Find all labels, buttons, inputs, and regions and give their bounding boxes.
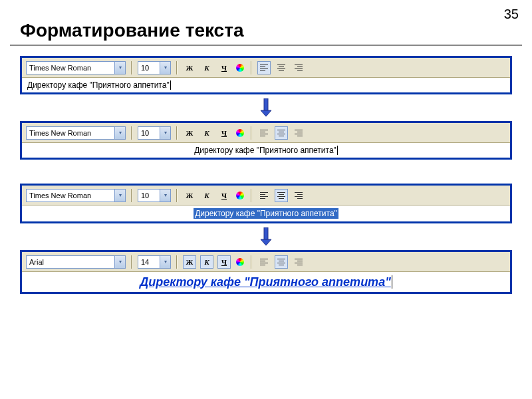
underline-button[interactable]: Ч <box>217 255 231 269</box>
font-size: 14 <box>138 258 160 266</box>
size-dropdown[interactable]: 10 ▾ <box>138 61 171 74</box>
document-text: Директору кафе "Приятного аппетита" <box>194 146 336 155</box>
size-dropdown[interactable]: 14 ▾ <box>138 255 171 269</box>
align-center-button[interactable] <box>275 255 288 269</box>
font-dropdown[interactable]: Times New Roman ▾ <box>26 126 126 140</box>
bold-button[interactable]: Ж <box>183 126 196 140</box>
toolbar: Times New Roman ▾ 10 ▾ Ж К Ч <box>22 123 510 143</box>
text-content-area[interactable]: Директору кафе "Приятного аппетита" <box>22 78 510 92</box>
align-left-button[interactable] <box>257 255 271 269</box>
separator <box>131 126 132 140</box>
arrow-down-icon <box>0 98 532 117</box>
font-size: 10 <box>138 192 160 200</box>
align-center-button[interactable] <box>275 61 288 74</box>
title-underline <box>10 45 522 46</box>
chevron-down-icon[interactable]: ▾ <box>160 62 170 74</box>
svg-rect-0 <box>264 98 268 110</box>
font-name: Times New Roman <box>27 192 114 200</box>
toolbar: Arial ▾ 14 ▾ Ж К Ч <box>22 252 510 272</box>
chevron-down-icon[interactable]: ▾ <box>114 127 125 139</box>
underline-button[interactable]: Ч <box>217 189 231 202</box>
text-content-area[interactable]: Директору кафе "Приятного аппетита" <box>22 205 510 221</box>
align-center-button[interactable] <box>275 189 288 202</box>
svg-marker-1 <box>261 110 271 116</box>
chevron-down-icon[interactable]: ▾ <box>160 256 170 268</box>
color-picker-icon[interactable] <box>235 257 245 267</box>
chevron-down-icon[interactable]: ▾ <box>160 190 170 201</box>
separator <box>176 61 178 74</box>
toolbar: Times New Roman ▾ 10 ▾ Ж К Ч <box>22 186 510 205</box>
separator <box>251 189 252 202</box>
document-text-selected: Директору кафе "Приятного аппетита" <box>194 208 338 219</box>
separator <box>131 189 132 202</box>
separator <box>251 126 252 140</box>
spacer <box>0 165 532 178</box>
font-dropdown[interactable]: Times New Roman ▾ <box>26 61 126 74</box>
bold-button[interactable]: Ж <box>183 255 196 269</box>
underline-button[interactable]: Ч <box>217 126 231 140</box>
align-left-button[interactable] <box>257 126 271 140</box>
separator <box>251 255 252 269</box>
document-text-formatted: Директору кафе "Приятного аппетита" <box>140 275 390 289</box>
arrow-down-icon <box>0 227 532 246</box>
separator <box>176 255 178 269</box>
separator <box>176 189 178 202</box>
underline-button[interactable]: Ч <box>217 61 231 74</box>
italic-button[interactable]: К <box>200 126 213 140</box>
text-cursor <box>337 146 338 155</box>
italic-button[interactable]: К <box>200 255 213 269</box>
chevron-down-icon[interactable]: ▾ <box>114 190 125 201</box>
size-dropdown[interactable]: 10 ▾ <box>138 189 171 202</box>
font-name: Arial <box>27 258 114 266</box>
font-name: Times New Roman <box>27 129 114 137</box>
editor-panel-3: Times New Roman ▾ 10 ▾ Ж К Ч Директору к… <box>20 184 512 223</box>
align-right-button[interactable] <box>292 255 305 269</box>
toolbar: Times New Roman ▾ 10 ▾ Ж К Ч <box>22 58 510 78</box>
color-picker-icon[interactable] <box>235 128 245 138</box>
align-right-button[interactable] <box>292 189 305 202</box>
font-size: 10 <box>138 129 160 137</box>
italic-button[interactable]: К <box>200 189 213 202</box>
align-right-button[interactable] <box>292 126 305 140</box>
text-content-area[interactable]: Директору кафе "Приятного аппетита" <box>22 143 510 158</box>
bold-button[interactable]: Ж <box>183 189 196 202</box>
separator <box>251 61 252 74</box>
editor-panel-4: Arial ▾ 14 ▾ Ж К Ч Директору кафе "Прият… <box>20 250 512 294</box>
font-dropdown[interactable]: Times New Roman ▾ <box>26 189 126 202</box>
separator <box>176 126 178 140</box>
text-cursor <box>170 80 171 90</box>
font-dropdown[interactable]: Arial ▾ <box>26 255 126 269</box>
font-name: Times New Roman <box>27 64 114 72</box>
text-cursor <box>392 275 392 289</box>
italic-button[interactable]: К <box>200 61 213 74</box>
page-number: 35 <box>504 7 519 22</box>
chevron-down-icon[interactable]: ▾ <box>114 62 125 74</box>
editor-panel-2: Times New Roman ▾ 10 ▾ Ж К Ч Директору к… <box>20 121 512 160</box>
text-content-area[interactable]: Директору кафе "Приятного аппетита" <box>22 272 510 292</box>
svg-rect-2 <box>264 227 268 239</box>
align-center-button[interactable] <box>275 126 288 140</box>
font-size: 10 <box>138 64 160 72</box>
document-text: Директору кафе "Приятного аппетита" <box>27 80 170 90</box>
svg-marker-3 <box>261 239 271 245</box>
chevron-down-icon[interactable]: ▾ <box>160 127 170 139</box>
color-picker-icon[interactable] <box>235 63 245 73</box>
editor-panel-1: Times New Roman ▾ 10 ▾ Ж К Ч Директору к… <box>20 56 512 94</box>
page-title: Форматирование текста <box>0 0 532 45</box>
align-right-button[interactable] <box>292 61 305 74</box>
separator <box>131 61 132 74</box>
size-dropdown[interactable]: 10 ▾ <box>138 126 171 140</box>
separator <box>131 255 132 269</box>
chevron-down-icon[interactable]: ▾ <box>114 256 125 268</box>
align-left-button[interactable] <box>257 61 271 74</box>
color-picker-icon[interactable] <box>235 190 245 201</box>
bold-button[interactable]: Ж <box>183 61 196 74</box>
align-left-button[interactable] <box>257 189 271 202</box>
